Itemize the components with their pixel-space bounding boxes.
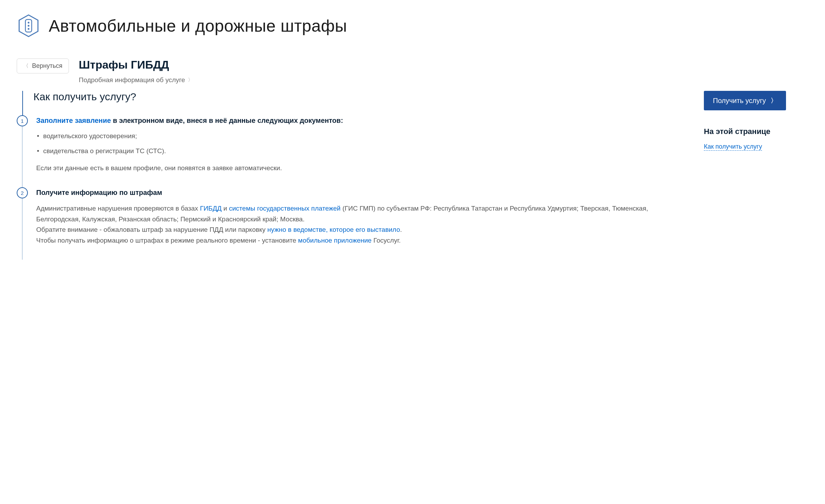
text: .: [400, 226, 402, 233]
service-detail-label: Подробная информация об услуге: [79, 76, 185, 84]
sidebar: Получить услугу 〉 На этой странице Как п…: [704, 91, 808, 260]
chevron-right-icon: 〉: [771, 96, 777, 105]
step-2-title: Получите информацию по штрафам: [36, 187, 690, 198]
service-title: Штрафы ГИБДД: [79, 58, 808, 71]
appeal-agency-link[interactable]: нужно в ведомстве, которое его выставило: [267, 226, 400, 233]
step-connector: [22, 198, 23, 260]
step-2-body: Административные нарушения проверяются в…: [36, 203, 690, 246]
service-title-block: Штрафы ГИБДД Подробная информация об усл…: [76, 58, 808, 84]
svg-point-2: [28, 22, 30, 24]
gis-gmp-link[interactable]: системы государственных платежей: [229, 205, 341, 212]
svg-point-4: [28, 28, 30, 30]
sidebar-title: На этой странице: [704, 127, 808, 136]
service-detail-link[interactable]: Подробная информация об услуге 〉: [79, 76, 192, 84]
section-heading: Как получить услугу?: [33, 91, 690, 103]
text: Чтобы получать информацию о штрафах в ре…: [36, 237, 298, 244]
primary-button-label: Получить услугу: [713, 97, 766, 105]
main-content: Как получить услугу? 1 Заполните заявлен…: [17, 91, 690, 260]
text: Обратите внимание - обжаловать штраф за …: [36, 226, 267, 233]
text: и: [222, 205, 229, 212]
text: Административные нарушения проверяются в…: [36, 205, 200, 212]
service-header-row: 〈 Вернуться Штрафы ГИБДД Подробная инфор…: [17, 58, 808, 84]
page-header: Автомобильные и дорожные штрафы: [17, 14, 808, 38]
page-title: Автомобильные и дорожные штрафы: [49, 16, 347, 36]
step-connector: [22, 126, 23, 187]
step-number-1: 1: [17, 115, 28, 126]
chevron-left-icon: 〈: [23, 63, 29, 69]
step-1-title-rest: в электронном виде, внеся в неё данные с…: [111, 117, 343, 124]
step-1-bullets: водительского удостоверения; свидетельст…: [36, 131, 690, 156]
get-service-button[interactable]: Получить услугу 〉: [704, 91, 786, 110]
gibdd-link[interactable]: ГИБДД: [200, 205, 221, 212]
back-button-label: Вернуться: [32, 62, 62, 70]
list-item: свидетельства о регистрации ТС (СТС).: [36, 146, 690, 156]
step-1-title: Заполните заявление в электронном виде, …: [36, 115, 690, 126]
chevron-right-icon: 〉: [188, 77, 193, 83]
svg-point-3: [28, 25, 30, 27]
step-1: 1 Заполните заявление в электронном виде…: [33, 115, 690, 173]
text: Госуслуг.: [371, 237, 401, 244]
back-button[interactable]: 〈 Вернуться: [17, 58, 69, 73]
traffic-fines-icon: [17, 14, 40, 38]
step-number-2: 2: [17, 187, 28, 198]
step-1-note: Если эти данные есть в вашем профиле, он…: [36, 163, 690, 173]
step-1-title-link[interactable]: Заполните заявление: [36, 117, 111, 124]
toc-link-how-to[interactable]: Как получить услугу: [704, 143, 762, 151]
step-2: 2 Получите информацию по штрафам Админис…: [33, 187, 690, 246]
list-item: водительского удостоверения;: [36, 131, 690, 141]
mobile-app-link[interactable]: мобильное приложение: [298, 237, 371, 244]
